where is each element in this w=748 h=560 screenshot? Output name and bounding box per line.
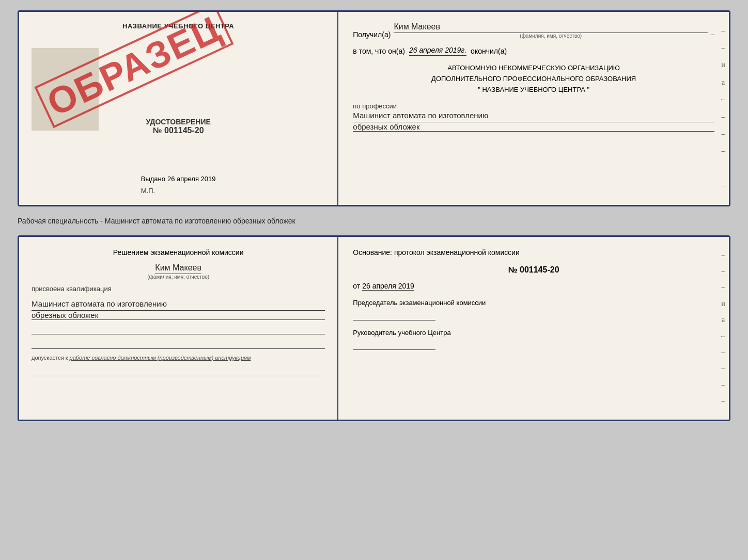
profession-block: по профессии Машинист автомата по изгото… [353, 102, 714, 132]
fio-hint-bottom: (фамилия, имя, отчество) [147, 274, 209, 280]
basis-label: Основание: протокол экзаменационной коми… [353, 247, 714, 258]
blank-line-2 [32, 340, 325, 349]
commission-header: Решением экзаменационной комиссии [32, 247, 325, 258]
date-value: 26 апреля 2019г. [409, 46, 466, 56]
admission-text: допускается к работе согласно должностны… [32, 354, 325, 362]
subtitle-bar: Рабочая специальность - Машинист автомат… [18, 215, 730, 227]
profession-value-line1: Машинист автомата по изготовлению [353, 110, 714, 122]
certificate-photo-placeholder [32, 48, 99, 131]
qualification-block: Машинист автомата по изготовлению обрезн… [32, 298, 325, 320]
recipient-name: Ким Макеев [394, 22, 708, 33]
date-row: в том, что он(а) 26 апреля 2019г. окончи… [353, 46, 714, 56]
cert-number: № 001145-20 [146, 126, 210, 135]
date-intro: в том, что он(а) [353, 47, 405, 55]
document-container: НАЗВАНИЕ УЧЕБНОГО ЦЕНТРА ОБРАЗЕЦ УДОСТОВ… [18, 10, 730, 421]
top-doc-right: Получил(а) Ким Макеев (фамилия, имя, отч… [338, 12, 729, 205]
blank-line-3 [32, 367, 325, 376]
qualification-line1: Машинист автомата по изготовлению [32, 298, 325, 311]
qualification-line2: обрезных обложек [32, 311, 325, 320]
top-document: НАЗВАНИЕ УЧЕБНОГО ЦЕНТРА ОБРАЗЕЦ УДОСТОВ… [18, 10, 730, 206]
org-name-line: " НАЗВАНИЕ УЧЕБНОГО ЦЕНТРА " [353, 85, 714, 95]
profession-value-line2: обрезных обложек [353, 122, 714, 132]
received-row: Получил(а) Ким Макеев (фамилия, имя, отч… [353, 22, 714, 39]
commission-name: Ким Макеев [155, 263, 201, 274]
director-signature-line [353, 341, 435, 350]
protocol-date: 26 апреля 2019 [362, 282, 414, 291]
date-suffix: окончил(а) [471, 47, 507, 55]
received-label: Получил(а) [353, 30, 391, 39]
chairman-label: Председатель экзаменационной комиссии [353, 298, 714, 308]
fio-hint-top: (фамилия, имя, отчество) [394, 33, 708, 39]
bottom-doc-left: Решением экзаменационной комиссии Ким Ма… [19, 237, 338, 420]
chairman-block: Председатель экзаменационной комиссии [353, 298, 714, 321]
chairman-signature-line [353, 311, 435, 321]
org-line1: АВТОНОМНУЮ НЕКОММЕРЧЕСКУЮ ОРГАНИЗАЦИЮ [353, 63, 714, 74]
right-dashes-top: – – и а ← – – – – – [718, 12, 729, 205]
org-line2: ДОПОЛНИТЕЛЬНОГО ПРОФЕССИОНАЛЬНОГО ОБРАЗО… [353, 74, 714, 85]
director-label: Руководитель учебного Центра [353, 328, 714, 338]
bottom-document: Решением экзаменационной комиссии Ким Ма… [18, 235, 730, 421]
cert-label: УДОСТОВЕРЕНИЕ [146, 118, 210, 126]
issued-date: 26 апреля 2019 [167, 175, 216, 183]
protocol-date-prefix: от [353, 282, 360, 290]
qualification-label: присвоена квалификация [32, 285, 325, 293]
admission-italic: работе согласно должностным (производств… [70, 355, 251, 361]
org-block: АВТОНОМНУЮ НЕКОММЕРЧЕСКУЮ ОРГАНИЗАЦИЮ ДО… [353, 63, 714, 95]
profession-label: по профессии [353, 102, 714, 110]
right-dashes-bottom: – – – и а ← – – – – [718, 237, 729, 420]
issued-row: Выдано 26 апреля 2019 [141, 175, 216, 183]
commission-header-text: Решением экзаменационной комиссии [113, 248, 244, 257]
issued-block: Выдано 26 апреля 2019 М.П. [141, 170, 216, 195]
admission-label: допускается к [32, 355, 68, 361]
protocol-date-row: от 26 апреля 2019 [353, 282, 714, 291]
bottom-doc-right: Основание: протокол экзаменационной коми… [338, 237, 729, 420]
blank-line-1 [32, 325, 325, 334]
school-name-top: НАЗВАНИЕ УЧЕБНОГО ЦЕНТРА [122, 22, 234, 30]
issued-label: Выдано [141, 175, 165, 183]
mp-line: М.П. [141, 187, 216, 195]
protocol-number: № 001145-20 [353, 265, 714, 275]
top-doc-left: НАЗВАНИЕ УЧЕБНОГО ЦЕНТРА ОБРАЗЕЦ УДОСТОВ… [19, 12, 338, 205]
director-block: Руководитель учебного Центра [353, 328, 714, 350]
dash-right-top: – [711, 30, 714, 39]
